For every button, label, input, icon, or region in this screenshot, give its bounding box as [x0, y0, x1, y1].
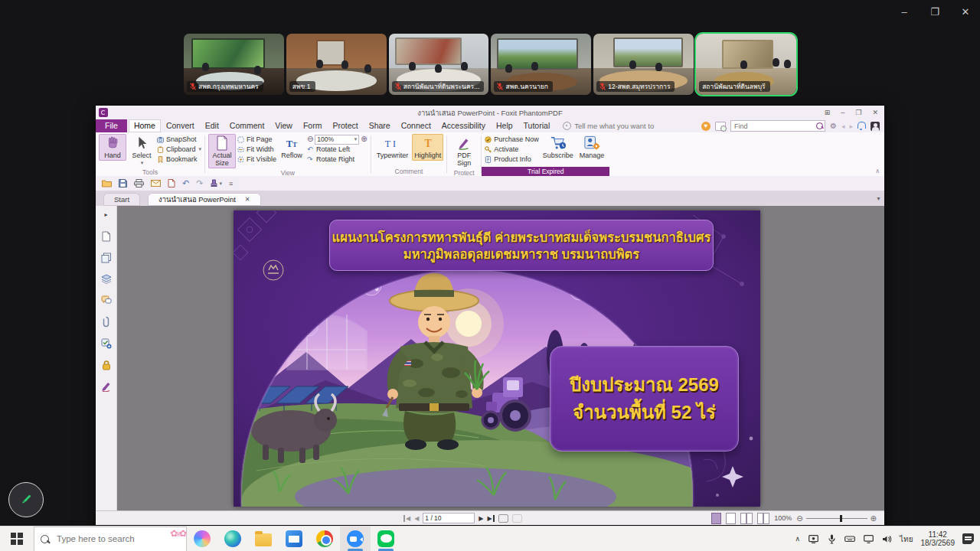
purchase-now-button[interactable]: Purchase Now [485, 135, 539, 144]
security-panel-icon[interactable] [100, 359, 112, 370]
customize-qat-icon[interactable]: ≡ [229, 180, 233, 187]
slider-zoom-in-icon[interactable]: ⊕ [871, 514, 877, 523]
actual-size-button[interactable]: Actual Size [208, 134, 236, 168]
pages-panel-icon[interactable] [100, 252, 112, 263]
highlight-button[interactable]: T Highlight [412, 134, 443, 161]
activate-button[interactable]: Activate [485, 145, 539, 154]
next-page-icon[interactable]: ▶ [479, 515, 483, 522]
layout-grid-icon[interactable]: ⊞ [825, 109, 831, 116]
find-input[interactable] [733, 122, 816, 131]
action-center-icon[interactable] [962, 533, 974, 544]
start-button[interactable] [0, 527, 34, 551]
reflow-button[interactable]: TT Reflow [278, 134, 305, 161]
bookmarks-panel-icon[interactable] [100, 230, 112, 242]
foxit-close-icon[interactable]: ✕ [872, 109, 878, 116]
zoom-out-icon[interactable]: ⊖ [307, 135, 313, 143]
close-icon[interactable]: ✕ [959, 6, 972, 18]
notification-bell-icon[interactable] [858, 122, 866, 129]
stamps-panel-icon[interactable] [100, 337, 112, 349]
next-view-icon[interactable] [512, 514, 522, 523]
rotate-left-button[interactable]: ↶ Rotate Left [307, 145, 368, 154]
tray-expand-chevron-icon[interactable]: ∧ [795, 535, 800, 543]
email-button[interactable] [151, 180, 161, 187]
menu-view[interactable]: View [270, 119, 298, 132]
menu-file[interactable]: File [96, 119, 127, 132]
hand-tool-button[interactable]: Hand [99, 134, 126, 161]
nav-forward-icon[interactable]: ▸ [849, 122, 853, 130]
first-page-icon[interactable]: ◀ [403, 515, 410, 522]
typewriter-button[interactable]: TI Typewriter [374, 134, 411, 161]
previous-view-icon[interactable] [498, 514, 508, 523]
zoom-slider-thumb[interactable] [840, 515, 842, 522]
layers-panel-icon[interactable] [100, 273, 112, 285]
fit-visible-button[interactable]: Fit Visible [237, 155, 276, 164]
attachments-panel-icon[interactable] [100, 316, 112, 328]
taskbar-chrome-button[interactable] [309, 527, 340, 551]
participant-tile[interactable]: สพด.กรุงเทพมหานคร [184, 34, 284, 95]
participant-tile[interactable]: 12-สพด.สมุทรปราการ [593, 34, 694, 95]
participant-tile[interactable]: สถานีพัฒนาที่ดินพระนคร... [389, 34, 489, 95]
panel-expand-icon[interactable]: ▸ [100, 209, 112, 220]
ribbon-collapse-icon[interactable]: ∧ [875, 168, 880, 174]
product-info-button[interactable]: Product Info [485, 155, 539, 164]
previous-page-icon[interactable]: ◀ [414, 515, 419, 522]
minimize-icon[interactable]: – [897, 6, 911, 18]
taskbar-line-button[interactable] [371, 527, 401, 551]
search-input[interactable] [55, 533, 180, 544]
foxit-minimize-icon[interactable]: – [841, 109, 844, 116]
display-icon[interactable] [863, 535, 874, 543]
foxit-restore-icon[interactable]: ❐ [855, 109, 861, 116]
taskbar-copilot-button[interactable] [187, 527, 217, 551]
menu-comment[interactable]: Comment [224, 119, 270, 132]
magnifier-icon[interactable] [816, 122, 823, 129]
fit-page-button[interactable]: Fit Page [237, 135, 276, 144]
menu-connect[interactable]: Connect [396, 119, 436, 132]
zoom-in-icon[interactable]: ⊕ [361, 135, 367, 143]
menu-help[interactable]: Help [491, 119, 518, 132]
taskbar-zoom-button[interactable] [340, 527, 371, 551]
signature-panel-icon[interactable] [100, 380, 112, 392]
rotate-right-button[interactable]: ↷ Rotate Right [307, 155, 368, 164]
speaker-icon[interactable] [881, 535, 892, 543]
continuous-view-icon[interactable] [726, 513, 736, 524]
open-folder-button[interactable] [102, 179, 112, 187]
last-page-icon[interactable]: ▶ [487, 515, 494, 522]
continuous-facing-view-icon[interactable] [757, 513, 769, 524]
print-button[interactable] [134, 179, 144, 187]
participant-tile-active-speaker[interactable]: สถานีพัฒนาที่ดินลพบุรี [696, 34, 796, 95]
search-document-icon[interactable] [715, 122, 726, 131]
input-device-icon[interactable] [844, 535, 855, 543]
subscribe-button[interactable]: Subscribe [541, 134, 576, 161]
slider-zoom-out-icon[interactable]: ⊖ [796, 514, 802, 523]
participant-tile[interactable]: สพข.1 [286, 34, 387, 95]
undo-button[interactable]: ↶ [182, 178, 189, 188]
save-button[interactable] [119, 179, 127, 187]
participant-tile[interactable]: สพด.นครนายก [491, 34, 591, 95]
menu-home[interactable]: Home [129, 119, 161, 132]
menu-protect[interactable]: Protect [327, 119, 363, 132]
select-tool-button[interactable]: Select ▾ [128, 134, 155, 168]
facing-view-icon[interactable] [740, 513, 753, 524]
comments-panel-icon[interactable] [100, 295, 112, 306]
tab-list-caret-icon[interactable]: ▼ [876, 196, 881, 201]
manage-button[interactable]: Manage [577, 134, 607, 161]
new-document-button[interactable] [168, 179, 175, 187]
taskbar-search[interactable]: ✿❀✿ [34, 527, 187, 551]
single-page-view-icon[interactable] [711, 513, 721, 524]
clipboard-button[interactable]: Clipboard ▾ [157, 145, 201, 154]
menu-form[interactable]: Form [298, 119, 328, 132]
language-indicator[interactable]: ไทย [900, 533, 913, 545]
snapshot-button[interactable]: SnapShot [157, 135, 201, 144]
menu-share[interactable]: Share [364, 119, 396, 132]
nav-back-icon[interactable]: ◂ [841, 122, 845, 130]
settings-gear-icon[interactable]: ⚙ [830, 122, 837, 130]
restore-icon[interactable]: ❐ [928, 6, 942, 18]
menu-edit[interactable]: Edit [200, 119, 224, 132]
taskbar-file-explorer-button[interactable] [248, 527, 279, 551]
menu-convert[interactable]: Convert [161, 119, 200, 132]
tab-start[interactable]: Start [103, 193, 140, 206]
tray-clock[interactable]: 11:42 18/3/2569 [921, 530, 956, 547]
taskbar-outlook-button[interactable] [279, 527, 309, 551]
taskbar-edge-button[interactable] [217, 527, 248, 551]
redo-button[interactable]: ↷ [196, 178, 203, 188]
